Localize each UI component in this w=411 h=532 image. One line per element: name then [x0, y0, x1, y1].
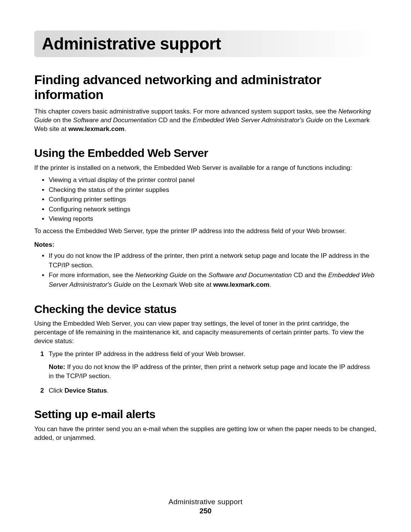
text-italic: Embedded Web Server Administrator's Guid…: [193, 117, 323, 124]
section-heading-embedded-web-server: Using the Embedded Web Server: [34, 147, 377, 160]
list-item: Viewing reports: [49, 214, 377, 224]
note-label: Note:: [49, 363, 67, 371]
section-heading-email-alerts: Setting up e-mail alerts: [34, 408, 377, 421]
list-item: Configuring printer settings: [49, 195, 377, 204]
text-italic: Software and Documentation: [209, 272, 292, 279]
text-bold: Device Status: [65, 387, 107, 394]
step-text: Type the printer IP address in the addre…: [49, 350, 245, 358]
list-item: Checking the status of the printer suppl…: [49, 185, 377, 195]
text: on the Lexmark Web site at: [131, 281, 213, 288]
chapter-title: Administrative support: [42, 34, 369, 53]
step-note: Note: If you do not know the IP address …: [49, 363, 377, 381]
text: on the: [51, 117, 73, 124]
text: CD and the: [292, 272, 328, 279]
step-item: 2 Click Device Status.: [42, 386, 377, 395]
step-number: 1: [40, 350, 44, 359]
section2-intro: If the printer is installed on a network…: [34, 164, 377, 173]
section3-steps: 1 Type the printer IP address in the add…: [34, 350, 377, 395]
text: .: [107, 387, 109, 394]
section4-intro: You can have the printer send you an e-m…: [34, 425, 377, 443]
section2-after-bullets: To access the Embedded Web Server, type …: [34, 227, 377, 236]
list-item: If you do not know the IP address of the…: [49, 251, 377, 270]
list-item: Configuring network settings: [49, 204, 377, 214]
text: .: [269, 281, 271, 288]
section3-intro: Using the Embedded Web Server, you can v…: [34, 320, 377, 346]
note-text: If you do not know the IP address of the…: [49, 363, 370, 380]
text: .: [124, 125, 126, 133]
section2-notes-list: If you do not know the IP address of the…: [34, 251, 377, 290]
text-bold-url: www.lexmark.com: [68, 125, 124, 133]
list-item: Viewing a virtual display of the printer…: [49, 175, 377, 185]
text: on the: [187, 272, 209, 279]
footer-page-number: 250: [0, 507, 411, 515]
document-page: Administrative support Finding advanced …: [0, 0, 411, 443]
text-italic: Networking Guide: [135, 272, 187, 279]
text: For more information, see the: [49, 272, 135, 279]
list-item: For more information, see the Networking…: [49, 270, 377, 290]
text: CD and the: [156, 117, 193, 124]
page-footer: Administrative support 250: [0, 498, 411, 515]
text-bold-url: www.lexmark.com: [213, 281, 269, 288]
section1-paragraph: This chapter covers basic administrative…: [34, 107, 377, 134]
section-heading-checking-status: Checking the device status: [34, 303, 377, 316]
step-text: Click Device Status.: [49, 387, 109, 394]
step-item: 1 Type the printer IP address in the add…: [42, 350, 377, 380]
text-italic: Software and Documentation: [73, 117, 156, 124]
section2-bullet-list: Viewing a virtual display of the printer…: [34, 175, 377, 224]
chapter-title-bar: Administrative support: [34, 30, 377, 57]
text: This chapter covers basic administrative…: [34, 108, 338, 115]
notes-label: Notes:: [34, 241, 377, 249]
footer-title: Administrative support: [0, 498, 411, 506]
step-number: 2: [40, 386, 44, 395]
text: Click: [49, 387, 65, 394]
section-heading-finding: Finding advanced networking and administ…: [34, 72, 377, 102]
